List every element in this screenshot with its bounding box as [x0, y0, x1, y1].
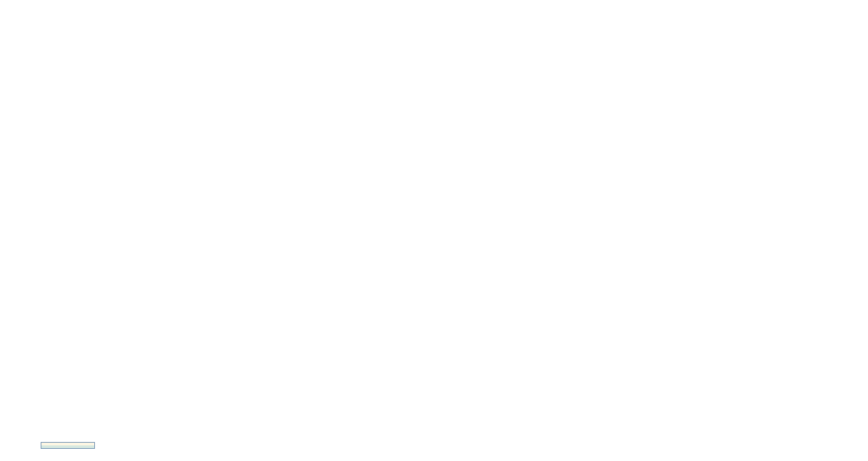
legend-class: [41, 445, 94, 448]
legend: [41, 442, 95, 449]
diagram: [0, 0, 868, 461]
